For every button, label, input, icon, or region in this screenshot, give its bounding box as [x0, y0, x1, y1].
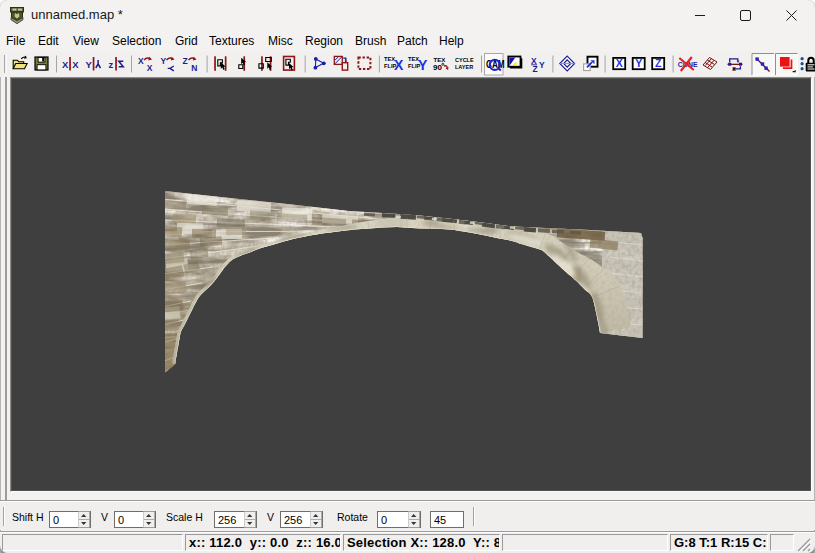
svg-text:Y: Y: [161, 56, 167, 66]
svg-text:X: X: [394, 57, 404, 73]
svg-text:X: X: [72, 59, 79, 70]
svg-text:LAYER: LAYER: [455, 64, 474, 70]
svg-text:Y: Y: [635, 57, 642, 69]
svg-text:TEX: TEX: [434, 57, 446, 63]
svg-text:X: X: [138, 56, 144, 66]
svg-text:N: N: [191, 63, 197, 73]
svg-text:Y: Y: [86, 59, 93, 70]
svg-text:X: X: [147, 63, 153, 73]
svg-text:Y: Y: [418, 57, 428, 73]
svg-text:Z: Z: [655, 57, 662, 69]
svg-text:Y: Y: [539, 60, 545, 70]
svg-text:z: z: [109, 59, 114, 70]
svg-text:X: X: [616, 57, 623, 69]
svg-text:x: x: [732, 65, 736, 72]
svg-text:Z: Z: [183, 56, 188, 66]
svg-text:90: 90: [433, 63, 442, 72]
svg-text:CYCLE: CYCLE: [455, 57, 474, 63]
svg-text:X: X: [62, 59, 69, 70]
